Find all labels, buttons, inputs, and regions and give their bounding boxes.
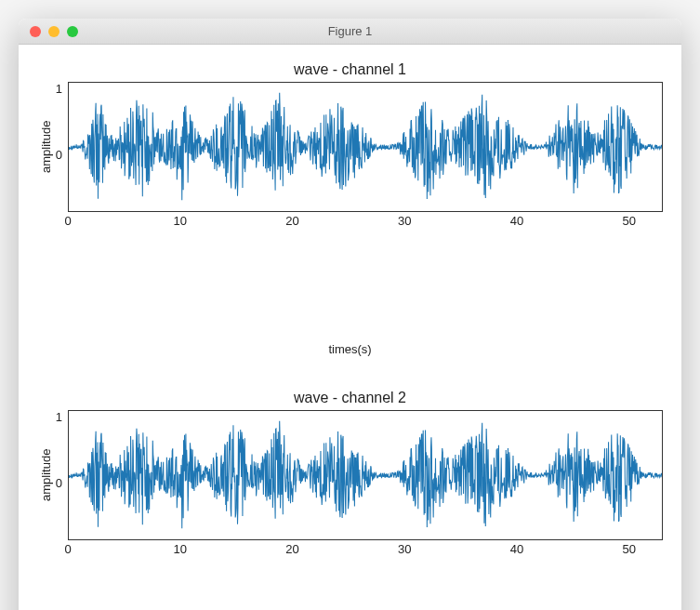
close-icon[interactable] [30,26,41,37]
x-axis-ticks: 01020304050 [68,212,663,229]
xtick: 50 [623,542,636,556]
xtick: 30 [398,542,411,556]
xtick: 30 [398,214,411,228]
y-axis-label: amplitude [37,410,53,540]
titlebar: Figure 1 [19,19,681,45]
ytick: 1 [53,82,62,96]
waveform-svg [69,411,662,539]
ytick: 1 [53,410,62,424]
ytick: 0 [53,475,62,489]
minimize-icon[interactable] [48,26,59,37]
xtick: 0 [64,214,71,228]
xtick: 50 [623,214,636,228]
xtick: 10 [174,542,187,556]
waveform-svg [69,83,662,211]
plot-area[interactable] [68,82,663,212]
plot-area[interactable] [68,410,663,540]
xtick: 10 [174,214,187,228]
xtick: 40 [510,542,523,556]
xtick: 20 [285,542,298,556]
chart-title: wave - channel 1 [37,61,663,78]
maximize-icon[interactable] [67,26,78,37]
y-axis-label: amplitude [37,82,53,212]
chart-channel-2: wave - channel 2 amplitude 1 0 _ a 0 010… [37,390,663,610]
xtick: 40 [510,214,523,228]
figure-content: wave - channel 1 amplitude 1 0 _ a 0 010… [19,45,681,610]
xtick: 20 [285,214,298,228]
x-axis-label: times(s) [37,342,663,356]
figure-window: Figure 1 wave - channel 1 amplitude 1 0 … [19,19,681,610]
window-controls [19,26,78,37]
chart-title: wave - channel 2 [37,390,663,406]
xtick: 0 [64,542,71,556]
chart-channel-1: wave - channel 1 amplitude 1 0 _ a 0 010… [37,61,663,356]
y-axis-ticks: 1 0 _ [53,82,68,212]
ytick: 0 [53,147,62,161]
window-title: Figure 1 [19,24,681,38]
x-axis-ticks: 01020304050 [68,540,663,557]
y-axis-ticks: 1 0 _ [53,410,68,540]
